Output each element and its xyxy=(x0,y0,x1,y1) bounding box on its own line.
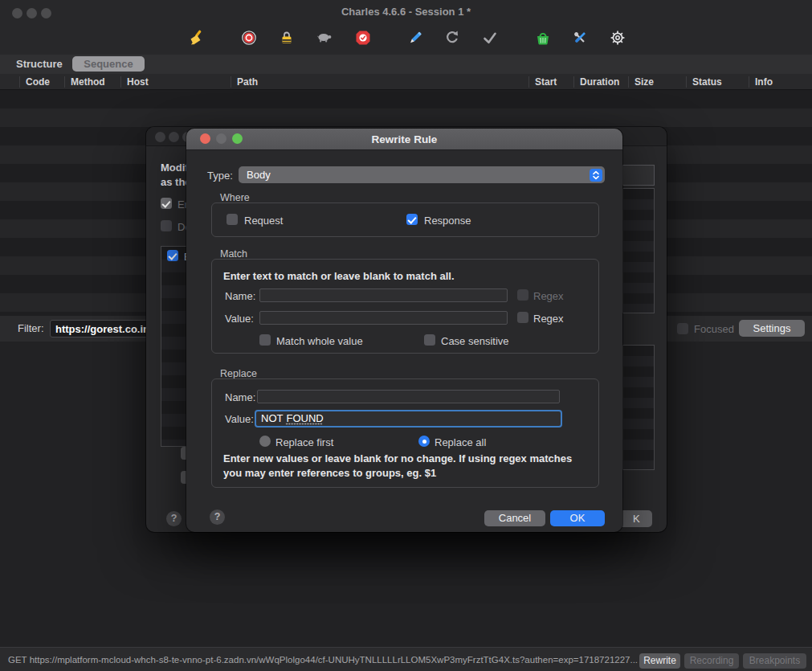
replace-all-label: Replace all xyxy=(435,436,486,448)
replace-first-radio[interactable] xyxy=(259,436,271,447)
response-checkbox[interactable] xyxy=(406,214,418,225)
replace-name-input[interactable] xyxy=(257,390,560,403)
tab-structure[interactable]: Structure xyxy=(16,58,63,70)
request-checkbox[interactable] xyxy=(226,214,238,225)
rule-name-input-fragment[interactable] xyxy=(622,165,655,186)
tab-sequence[interactable]: Sequence xyxy=(72,56,145,72)
check-icon xyxy=(481,29,499,47)
repeat-button[interactable] xyxy=(443,28,462,47)
where-legend: Where xyxy=(220,192,250,203)
replace-all-radio[interactable] xyxy=(418,436,430,447)
rules-list-fragment[interactable] xyxy=(622,188,655,313)
record-button[interactable] xyxy=(239,28,259,47)
focused-checkbox[interactable] xyxy=(677,323,688,334)
match-value-regex-label: Regex xyxy=(533,313,564,325)
lock-icon xyxy=(278,29,296,47)
enable-rewrite-checkbox[interactable] xyxy=(161,198,172,209)
column-header-status[interactable]: Status xyxy=(686,76,747,88)
view-tabs: Structure Sequence xyxy=(0,55,812,74)
status-request-url: GET https://mplatform-mcloud-whch-s8-te-… xyxy=(8,655,638,665)
breakpoint-stop-icon xyxy=(354,29,372,47)
set-item-checkbox[interactable] xyxy=(167,250,178,261)
status-breakpoints-button[interactable]: Breakpoints xyxy=(743,653,806,669)
type-value: Body xyxy=(247,169,271,181)
replace-value-label: Value: xyxy=(225,413,254,425)
match-name-label: Name: xyxy=(225,290,255,302)
status-bar: GET https://mplatform-mcloud-whch-s8-te-… xyxy=(0,647,812,671)
tools-icon xyxy=(571,29,589,47)
column-header-host[interactable]: Host xyxy=(120,76,229,88)
repeat-icon xyxy=(443,29,461,47)
response-label: Response xyxy=(424,215,471,227)
charles-app: Charles 4.6.6 - Session 1 * xyxy=(0,0,812,671)
turtle-icon xyxy=(316,29,333,47)
case-sensitive-checkbox[interactable] xyxy=(424,334,435,346)
match-value-label: Value: xyxy=(225,313,254,325)
debug-checkbox[interactable] xyxy=(161,220,172,231)
match-name-regex-label: Regex xyxy=(533,290,564,302)
settings-button[interactable]: Settings xyxy=(739,320,805,337)
record-icon xyxy=(240,29,258,47)
throttle-button[interactable] xyxy=(315,28,334,47)
case-sensitive-label: Case sensitive xyxy=(441,335,509,347)
dropdown-stepper-icon xyxy=(590,169,602,182)
match-whole-value-label: Match whole value xyxy=(276,335,363,347)
match-legend: Match xyxy=(220,248,247,260)
column-header-info[interactable]: Info xyxy=(749,76,797,88)
basket-icon xyxy=(534,29,552,47)
column-header-code[interactable]: Code xyxy=(19,76,63,88)
rewrite-rule-dialog: Rewrite Rule Type: Body Where Request Re… xyxy=(186,129,622,532)
column-header-path[interactable]: Path xyxy=(231,76,527,88)
request-label: Request xyxy=(244,215,283,227)
replace-value-text-misspelled: FOUND xyxy=(286,412,323,424)
status-recording-button[interactable]: Recording xyxy=(684,653,739,669)
replace-hint-line1: Enter new values or leave blank for no c… xyxy=(223,452,572,464)
settings-description-line1: Modif xyxy=(161,162,189,174)
match-name-regex-checkbox[interactable] xyxy=(517,289,528,301)
compose-button[interactable] xyxy=(406,28,425,47)
type-dropdown[interactable]: Body xyxy=(239,166,605,183)
broom-icon xyxy=(186,29,204,47)
validate-button[interactable] xyxy=(480,28,500,47)
main-titlebar: Charles 4.6.6 - Session 1 * xyxy=(0,0,812,24)
locations-list-fragment[interactable] xyxy=(622,345,655,470)
replace-hint-line2: you may enter references to groups, eg. … xyxy=(223,467,436,479)
replace-legend: Replace xyxy=(220,368,257,379)
column-header-method[interactable]: Method xyxy=(64,76,119,88)
replace-name-label: Name: xyxy=(225,391,255,403)
ssl-proxying-button[interactable] xyxy=(277,28,296,47)
tools-button[interactable] xyxy=(570,28,590,47)
gear-icon xyxy=(609,29,626,47)
ok-button[interactable]: OK xyxy=(550,510,605,526)
settings-ok-button-fragment[interactable]: K xyxy=(618,510,652,527)
match-hint: Enter text to match or leave blank to ma… xyxy=(223,270,455,282)
replace-first-label: Replace first xyxy=(275,436,333,448)
rewrite-rule-titlebar: Rewrite Rule xyxy=(186,129,622,150)
replace-value-text: NOT xyxy=(261,412,283,424)
column-header-start[interactable]: Start xyxy=(528,76,572,88)
match-value-regex-checkbox[interactable] xyxy=(517,312,528,323)
column-header-duration[interactable]: Duration xyxy=(573,76,626,88)
window-title: Charles 4.6.6 - Session 1 * xyxy=(0,6,812,18)
pencil-icon xyxy=(406,29,424,47)
minimize-dialog-button[interactable] xyxy=(169,132,179,142)
focused-label: Focused xyxy=(694,323,734,335)
basket-button[interactable] xyxy=(533,28,553,47)
replace-value-input[interactable]: NOTFOUND xyxy=(255,410,562,428)
match-whole-value-checkbox[interactable] xyxy=(259,334,271,346)
type-label: Type: xyxy=(207,170,233,182)
filter-label: Filter: xyxy=(18,322,44,334)
column-header-size[interactable]: Size xyxy=(628,76,684,88)
close-dialog-button[interactable] xyxy=(155,132,165,142)
dialog-title: Rewrite Rule xyxy=(186,133,622,145)
rule-help-button[interactable]: ? xyxy=(210,509,225,525)
settings-toolbar-button[interactable] xyxy=(608,28,627,47)
sequence-table-header: Code Method Host Path Start Duration Siz… xyxy=(0,74,812,90)
clear-session-button[interactable] xyxy=(186,28,205,47)
match-name-input[interactable] xyxy=(259,288,508,302)
status-rewrite-button[interactable]: Rewrite xyxy=(639,653,680,669)
settings-help-button[interactable]: ? xyxy=(166,511,182,526)
cancel-button[interactable]: Cancel xyxy=(484,510,545,526)
match-value-input[interactable] xyxy=(259,311,508,325)
breakpoints-button[interactable] xyxy=(353,28,373,47)
